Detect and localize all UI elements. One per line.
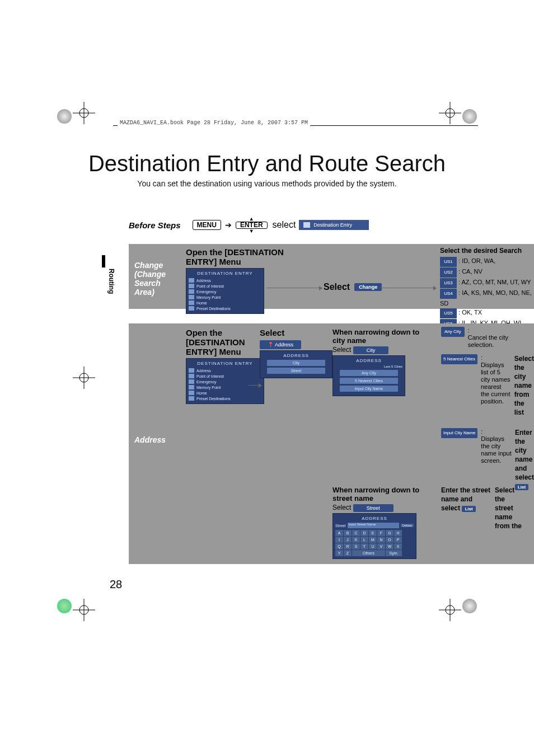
flow-arrow [381, 288, 433, 288]
city-panel-screenshot: ADDRESS Last 5 Cities Any City 5 Nearest… [332, 355, 405, 396]
color-dot [462, 599, 477, 613]
enter-key-group: ▲ ENTER ▼ [234, 217, 269, 234]
page-number: 28 [110, 578, 122, 591]
select-street-side: Select the street name from the [495, 486, 523, 530]
select-label-city: Select [332, 346, 351, 354]
select-label: Select [324, 282, 350, 292]
step1-title: Open the [DESTINATION ENTRY] Menu [186, 247, 298, 266]
street-panel-title: ADDRESS [335, 516, 414, 521]
any-city-option: Any City [340, 370, 398, 376]
color-dot [462, 109, 477, 124]
area-tag: US3 [440, 278, 457, 288]
street-panel-screenshot: ADDRESS Street Input Street Name Delete … [332, 513, 416, 559]
street-input-field: Input Street Name [348, 523, 399, 528]
nearest-cities-option: 5 Nearest Cities [340, 378, 398, 384]
input-side-instruction: Enter the city name and select List [515, 428, 534, 492]
address-panel-screenshot: ADDRESS City Street [260, 350, 332, 378]
addr-step2-title: Select [260, 328, 338, 337]
street-notes-column: Enter the street name and select List Se… [441, 486, 534, 536]
registration-mark [73, 599, 95, 621]
before-steps-label: Before Steps [129, 220, 181, 230]
street-field-label: Street [335, 524, 346, 528]
menu-key: MENU [193, 220, 221, 230]
narrow-city-heading: When narrowing down to city name [332, 328, 422, 345]
city-notes-column: Any City : Cancel the city selection. 5 … [441, 327, 534, 497]
registration-mark [73, 102, 95, 124]
registration-mark [439, 599, 461, 621]
input-city-pill: Input City Name [441, 428, 477, 438]
select-label-street: Select [332, 504, 351, 511]
address-chip: 📍 Address [260, 340, 301, 349]
registration-mark [439, 102, 461, 124]
flow-arrow [249, 385, 259, 386]
delete-button: Delete [401, 524, 414, 527]
section-change-label: Change (Change Search Area) [134, 261, 181, 297]
arrow-icon: ➔ [225, 220, 232, 229]
nearest-cities-note: 5 Nearest Cities : Displays list of 5 ci… [441, 354, 534, 417]
flow-arrow [266, 288, 319, 288]
section-tab-label: Routing [107, 269, 115, 294]
select-text: select [273, 220, 296, 230]
search-area-header: Select the desired Search [440, 246, 534, 255]
street-chip: Street [353, 504, 394, 512]
city-panel-title: ADDRESS [335, 358, 402, 363]
select-change-step: Select Change [324, 282, 382, 292]
narrow-street-column: When narrowing down to street name Selec… [332, 486, 422, 559]
enter-street-text: Enter the street name and select List [441, 486, 491, 530]
list-chip-street: List [462, 506, 475, 512]
section-address: Address Open the [DESTINATION ENTRY] Men… [129, 323, 534, 564]
search-area-list: Select the desired Search US1: ID, OR, W… [440, 246, 534, 329]
section-address-label: Address [134, 435, 181, 444]
area-tag: US1 [440, 257, 457, 267]
enter-key: ENTER [236, 222, 268, 229]
any-city-pill: Any City [441, 327, 465, 337]
step-open-menu: Open the [DESTINATION ENTRY] Menu DESTIN… [186, 247, 298, 314]
nav-menu-screenshot-2: DESTINATION ENTRY Address Point of Inter… [186, 358, 264, 404]
arrow-down-icon: ▼ [249, 229, 254, 234]
enter-street-note: Enter the street name and select List Se… [441, 486, 534, 530]
nav-menu-screenshot: DESTINATION ENTRY Address Point of Inter… [186, 268, 264, 314]
city-option: City [267, 360, 325, 366]
area-tag: US4 [440, 289, 457, 299]
section-change: Change (Change Search Area) Open the [DE… [129, 244, 534, 309]
color-dot [57, 599, 72, 613]
any-city-note: Any City : Cancel the city selection. [441, 327, 534, 349]
nav-menu-title-2: DESTINATION ENTRY [189, 361, 261, 366]
running-header: MAZDA6_NAVI_EA.book Page 28 Friday, June… [118, 120, 310, 126]
color-dot [57, 109, 72, 124]
last5-label: Last 5 Cities [335, 365, 402, 368]
flag-icon [303, 222, 310, 228]
narrow-city-column: When narrowing down to city name Select … [332, 328, 422, 396]
section-tab-marker [102, 255, 105, 267]
input-city-note: Input City Name : Displays the city name… [441, 428, 534, 492]
change-chip: Change [354, 283, 382, 291]
input-city-option: Input City Name [340, 386, 398, 392]
page-title: Destination Entry and Route Search [0, 151, 534, 176]
step-select-address: Select 📍 Address ADDRESS City Street [260, 328, 338, 378]
nearest-side-instruction: Select the city name from the list [514, 354, 534, 417]
nearest-cities-pill: 5 Nearest Cities [441, 354, 477, 364]
address-panel-title: ADDRESS [263, 353, 330, 358]
nav-menu-title: DESTINATION ENTRY [189, 271, 261, 276]
area-tag: US2 [440, 267, 457, 278]
page-subtitle: You can set the destination using variou… [0, 179, 534, 188]
registration-mark [73, 367, 95, 389]
keyboard-grid: ABCDEFGH IJKLMNOP QRSTUVWX YZOthersSym. [335, 530, 414, 556]
area-tag: US5 [440, 308, 457, 318]
chip-label: Destination Entry [313, 222, 352, 228]
street-option: Street [267, 368, 325, 374]
narrow-street-heading: When narrowing down to street name [332, 486, 422, 503]
before-steps-row: Before Steps MENU ➔ ▲ ENTER ▼ select Des… [129, 216, 534, 234]
destination-entry-chip: Destination Entry [299, 220, 369, 230]
city-chip: City [353, 346, 389, 354]
